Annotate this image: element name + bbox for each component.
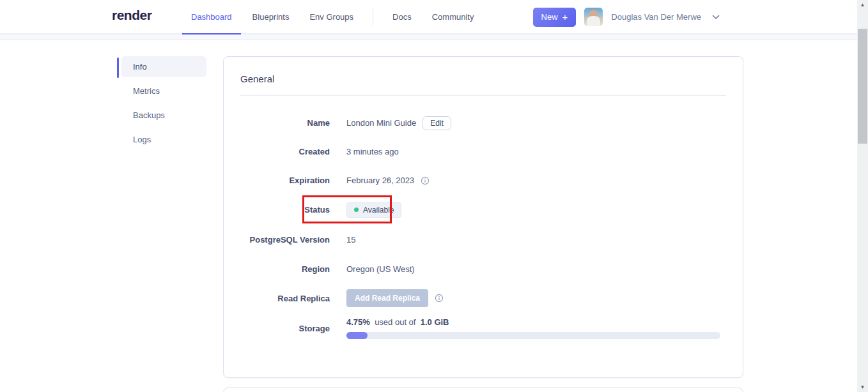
status-row: Status Available [224, 195, 726, 225]
storage-label: Storage [224, 317, 330, 333]
new-button-label: New [541, 12, 558, 22]
scroll-up-arrow-icon[interactable]: ▲ [857, 0, 868, 10]
vertical-scrollbar[interactable]: ▲ ▼ [857, 0, 868, 392]
name-row: Name London Mini Guide Edit [224, 109, 726, 137]
general-card: General Name London Mini Guide Edit Crea… [223, 56, 743, 378]
scroll-down-arrow-icon[interactable]: ▼ [857, 382, 868, 392]
render-logo[interactable]: render [112, 8, 151, 23]
plus-icon: + [562, 11, 568, 22]
nav-dashboard[interactable]: Dashboard [181, 0, 242, 34]
sidebar-item-backups[interactable]: Backups [121, 105, 206, 126]
region-label: Region [224, 264, 330, 274]
new-button[interactable]: New + [533, 8, 577, 27]
created-row: Created 3 minutes ago [224, 137, 726, 166]
scrolled-breadcrumb-strip [0, 34, 857, 40]
active-item-indicator [117, 57, 119, 78]
expiration-row: Expiration February 26, 2023 [224, 166, 726, 195]
status-value: Available [363, 206, 394, 215]
nav-community[interactable]: Community [422, 0, 484, 34]
info-rows: Name London Mini Guide Edit Created 3 mi… [224, 109, 726, 352]
status-dot-icon [354, 207, 359, 212]
sidebar-item-logs[interactable]: Logs [121, 129, 206, 150]
scrollbar-thumb[interactable] [858, 29, 867, 144]
region-value: Oregon (US West) [346, 264, 415, 274]
expiration-label: Expiration [224, 176, 330, 185]
chevron-down-icon[interactable] [712, 15, 720, 20]
expiration-value: February 26, 2023 [346, 176, 414, 185]
nav-env-groups[interactable]: Env Groups [299, 0, 364, 34]
main-nav: Dashboard Blueprints Env Groups Docs Com… [181, 0, 484, 34]
avatar[interactable] [584, 8, 603, 26]
status-label: Status [224, 205, 330, 215]
settings-sidebar: Info Metrics Backups Logs [117, 56, 206, 153]
storage-progress-fill [346, 332, 368, 339]
nav-blueprints[interactable]: Blueprints [242, 0, 300, 34]
status-badge: Available [346, 202, 401, 218]
name-label: Name [224, 118, 330, 128]
header-right-cluster: New + Douglas Van Der Merwe [533, 0, 720, 34]
postgres-version-label: PostgreSQL Version [224, 235, 330, 245]
top-header: render Dashboard Blueprints Env Groups D… [0, 0, 857, 34]
storage-row: Storage 4.75% used out of 1.0 GiB [224, 313, 726, 352]
storage-mid-text: used out of [373, 317, 419, 327]
card-title: General [240, 73, 274, 84]
storage-total: 1.0 GiB [421, 317, 449, 327]
storage-progress-bar [346, 332, 720, 339]
created-label: Created [224, 147, 330, 156]
read-replica-label: Read Replica [224, 294, 330, 303]
nav-divider [373, 9, 373, 26]
user-name[interactable]: Douglas Van Der Merwe [611, 12, 701, 22]
postgres-version-row: PostgreSQL Version 15 [224, 225, 726, 255]
info-icon[interactable] [435, 294, 444, 303]
storage-used-pct: 4.75% [346, 317, 370, 327]
sidebar-item-metrics[interactable]: Metrics [121, 80, 206, 102]
name-value: London Mini Guide [346, 118, 416, 128]
sidebar-item-info[interactable]: Info [121, 56, 206, 77]
created-value: 3 minutes ago [346, 147, 399, 156]
card-title-divider [240, 95, 726, 96]
nav-docs[interactable]: Docs [382, 0, 422, 34]
info-icon[interactable] [421, 176, 430, 185]
next-card-top-edge [223, 388, 743, 392]
region-row: Region Oregon (US West) [224, 255, 726, 283]
add-read-replica-button[interactable]: Add Read Replica [346, 289, 428, 307]
read-replica-row: Read Replica Add Read Replica [224, 283, 726, 313]
edit-button[interactable]: Edit [422, 116, 451, 130]
storage-usage-text: 4.75% used out of 1.0 GiB [346, 317, 720, 327]
postgres-version-value: 15 [346, 235, 355, 245]
